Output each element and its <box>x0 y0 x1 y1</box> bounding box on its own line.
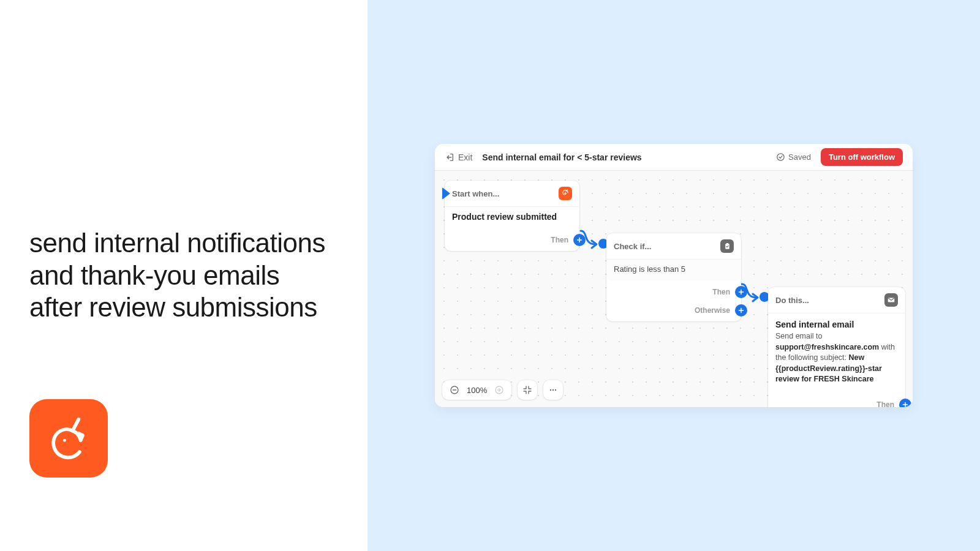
window-header: Exit Send internal email for < 5-star re… <box>435 144 913 171</box>
otherwise-label: Otherwise <box>695 306 730 315</box>
headline: send internal notifications and thank-yo… <box>29 227 338 324</box>
then-label: Then <box>712 288 730 296</box>
svg-point-9 <box>555 389 556 391</box>
action-title: Send internal email <box>775 320 898 329</box>
zoom-in-button[interactable] <box>493 384 505 396</box>
condition-content: Rating is less than 5 <box>606 259 741 281</box>
integration-icon <box>559 187 572 200</box>
trigger-content: Product review submitted <box>445 206 579 229</box>
svg-point-0 <box>63 439 66 442</box>
unicorn-icon <box>43 413 94 463</box>
play-icon <box>442 187 450 200</box>
mail-icon <box>884 293 898 307</box>
workflow-title: Send internal email for < 5-star reviews <box>482 152 641 162</box>
workflow-editor-window: Exit Send internal email for < 5-star re… <box>435 144 913 407</box>
collapse-icon <box>522 385 532 395</box>
svg-point-8 <box>552 389 554 391</box>
svg-point-1 <box>777 154 784 160</box>
then-label: Then <box>551 236 568 244</box>
then-label: Then <box>876 400 894 408</box>
fit-view-button[interactable] <box>518 380 537 400</box>
svg-point-7 <box>550 389 551 391</box>
check-circle-icon <box>776 152 785 162</box>
trigger-label: Start when... <box>452 189 499 198</box>
add-step-button[interactable] <box>735 286 747 298</box>
add-step-button[interactable] <box>899 399 911 408</box>
screenshot-panel: Exit Send internal email for < 5-star re… <box>368 0 980 551</box>
saved-status: Saved <box>776 152 811 162</box>
workflow-canvas[interactable]: Start when... Product review submitted T… <box>435 171 913 407</box>
action-node[interactable]: Do this... Send internal email Send emai… <box>768 287 905 407</box>
turn-off-workflow-button[interactable]: Turn off workflow <box>821 148 903 166</box>
zoom-out-button[interactable] <box>448 384 461 396</box>
exit-button[interactable]: Exit <box>445 152 472 162</box>
condition-node[interactable]: Check if... Rating is less than 5 Then O… <box>606 233 741 321</box>
clipboard-icon <box>720 239 734 253</box>
svg-rect-3 <box>726 243 728 244</box>
zoom-level: 100% <box>467 386 487 395</box>
saved-label: Saved <box>788 152 811 162</box>
exit-icon <box>445 152 454 162</box>
more-options-button[interactable] <box>543 380 563 400</box>
dots-icon <box>548 385 558 395</box>
action-description: Send email to support@freshskincare.com … <box>775 331 898 385</box>
trigger-node[interactable]: Start when... Product review submitted T… <box>445 181 579 251</box>
zoom-controls: 100% <box>442 380 563 400</box>
exit-label: Exit <box>458 152 472 162</box>
action-label: Do this... <box>775 296 809 305</box>
brand-logo <box>29 399 108 478</box>
add-step-button[interactable] <box>735 304 747 317</box>
condition-label: Check if... <box>614 242 651 251</box>
left-marketing-panel: send internal notifications and thank-yo… <box>0 0 368 551</box>
add-step-button[interactable] <box>573 234 586 246</box>
